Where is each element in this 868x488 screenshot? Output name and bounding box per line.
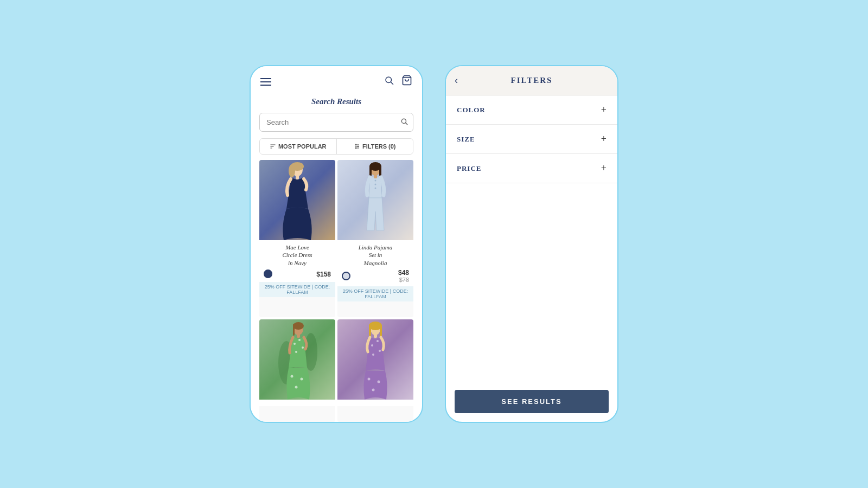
search-icon-button[interactable] [384, 75, 394, 88]
product-info-4 [337, 400, 413, 406]
product-name-1: Mae LoveCircle Dressin Navy [264, 243, 331, 267]
product-grid: Mae LoveCircle Dressin Navy $158 25% OFF… [259, 160, 413, 422]
product-info-3 [259, 400, 335, 406]
sort-filter-bar: MOST POPULAR FILTERS (0) [259, 138, 413, 155]
svg-point-24 [375, 188, 376, 189]
search-phone-header [251, 66, 422, 93]
filter-header: ‹ FILTERS [446, 66, 617, 95]
product-card-3[interactable] [259, 319, 335, 422]
svg-rect-42 [380, 325, 382, 337]
cart-icon-button[interactable] [401, 75, 412, 88]
color-swatch-1[interactable] [264, 269, 272, 278]
svg-point-49 [372, 388, 375, 391]
filters-phone: ‹ FILTERS COLOR + SIZE + PRICE + SEE RES… [445, 65, 618, 423]
filter-size-label: SIZE [457, 135, 475, 144]
product-card-1[interactable]: Mae LoveCircle Dressin Navy $158 25% OFF… [259, 160, 335, 317]
product-image-1 [259, 160, 335, 240]
product-name-2: Linda PajamaSet inMagnolia [342, 243, 409, 267]
svg-point-44 [376, 340, 379, 342]
price-current-1: $158 [316, 271, 331, 278]
filter-back-button[interactable]: ‹ [455, 75, 458, 86]
promo-banner-2: 25% OFF SITEWIDE | CODE: FALLFAM [337, 286, 413, 301]
header-icons [384, 75, 412, 88]
svg-rect-21 [379, 165, 381, 176]
svg-point-12 [358, 146, 359, 147]
most-popular-label: MOST POPULAR [278, 143, 327, 150]
svg-rect-41 [369, 325, 371, 337]
svg-point-16 [289, 164, 295, 177]
filter-size-plus-icon: + [601, 133, 607, 145]
svg-point-13 [355, 147, 356, 149]
search-results-phone: Search Results MOST POPULAR [250, 65, 423, 423]
svg-point-46 [372, 354, 374, 356]
see-results-button[interactable]: SEE RESULTS [455, 390, 609, 413]
product-price-row-2: $48 $78 [342, 269, 409, 283]
product-card-4[interactable] [337, 319, 413, 422]
filter-spacer [446, 239, 617, 382]
svg-point-47 [368, 377, 371, 380]
svg-point-11 [355, 144, 356, 145]
svg-line-4 [406, 123, 407, 124]
svg-rect-20 [369, 165, 372, 176]
product-image-3 [259, 319, 335, 400]
filter-color-section[interactable]: COLOR + [446, 95, 617, 125]
svg-point-33 [302, 346, 304, 349]
price-col-1: $158 [316, 269, 331, 279]
filter-body: COLOR + SIZE + PRICE + [446, 95, 617, 239]
svg-point-22 [375, 180, 376, 182]
product-price-row-1: $158 [264, 269, 331, 279]
price-col-2: $48 $78 [398, 269, 409, 283]
filter-price-plus-icon: + [601, 163, 607, 174]
filter-price-label: PRICE [457, 164, 481, 173]
product-card-2[interactable]: Linda PajamaSet inMagnolia $48 $78 25% O… [337, 160, 413, 317]
svg-point-37 [295, 386, 298, 388]
svg-point-31 [293, 343, 296, 345]
filter-color-label: COLOR [457, 106, 486, 114]
filters-label: FILTERS (0) [362, 143, 396, 150]
svg-rect-30 [293, 324, 295, 336]
product-image-2 [337, 160, 413, 240]
svg-point-45 [379, 350, 381, 352]
price-original-2: $78 [398, 277, 409, 283]
search-input-icon [400, 118, 408, 127]
search-input-wrapper [259, 113, 413, 132]
color-swatch-2[interactable] [342, 272, 350, 280]
filters-button[interactable]: FILTERS (0) [337, 139, 413, 154]
svg-point-34 [295, 351, 297, 353]
svg-rect-25 [374, 175, 377, 178]
svg-point-36 [301, 377, 303, 380]
most-popular-button[interactable]: MOST POPULAR [260, 139, 337, 154]
filter-color-plus-icon: + [601, 104, 607, 115]
search-results-title: Search Results [251, 93, 422, 113]
svg-line-1 [391, 82, 393, 84]
product-info-1: Mae LoveCircle Dressin Navy $158 [259, 240, 335, 282]
svg-rect-38 [297, 334, 300, 338]
product-info-2: Linda PajamaSet inMagnolia $48 $78 [337, 240, 413, 286]
filter-title: FILTERS [511, 76, 553, 85]
svg-point-23 [375, 184, 376, 185]
svg-point-43 [371, 344, 373, 346]
hamburger-menu-icon[interactable] [260, 78, 271, 86]
svg-rect-17 [296, 175, 299, 179]
svg-point-48 [378, 380, 380, 383]
svg-point-32 [298, 339, 301, 341]
product-image-4 [337, 319, 413, 400]
price-current-2: $48 [398, 269, 409, 277]
svg-point-35 [291, 375, 293, 377]
promo-banner-1: 25% OFF SITEWIDE | CODE: FALLFAM [259, 282, 335, 297]
filter-price-section[interactable]: PRICE + [446, 154, 617, 183]
search-input[interactable] [259, 113, 413, 132]
filter-size-section[interactable]: SIZE + [446, 125, 617, 154]
svg-rect-50 [374, 334, 377, 338]
